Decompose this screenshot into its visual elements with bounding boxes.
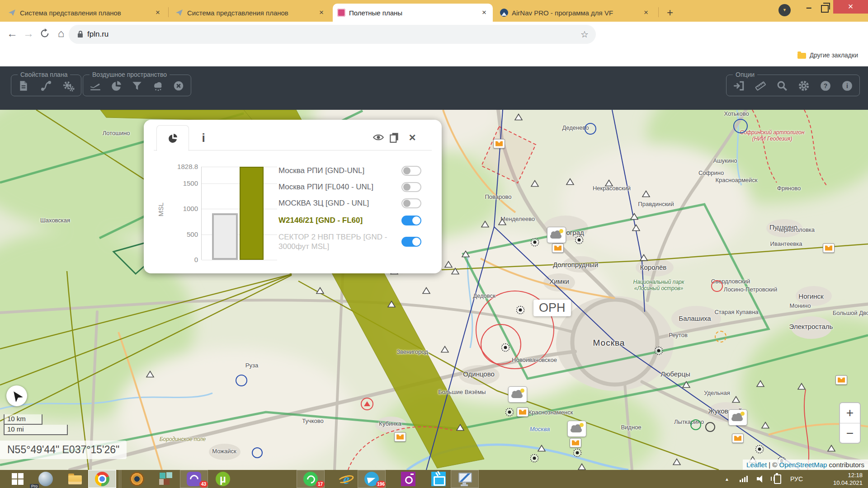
waypoint-triangle-marker[interactable]	[640, 254, 648, 263]
address-bar[interactable]: fpln.ru ☆	[69, 25, 596, 44]
layer-toggle[interactable]	[401, 198, 421, 208]
search-icon[interactable]	[776, 80, 788, 92]
url-text[interactable]: fpln.ru	[87, 30, 108, 39]
popup-tab-chart[interactable]	[156, 125, 189, 151]
waypoint-triangle-marker[interactable]	[456, 424, 465, 433]
popup-tab-info[interactable]: i	[194, 129, 212, 147]
pie-chart-icon[interactable]	[110, 80, 122, 92]
document-icon[interactable]	[18, 80, 29, 92]
navaid-marker[interactable]	[505, 408, 514, 417]
waypoint-triangle-marker[interactable]	[451, 267, 460, 277]
new-tab-button[interactable]: +	[664, 6, 676, 19]
taskbar-app-camera-app[interactable]	[394, 470, 422, 488]
taskbar-app-internet-explorer[interactable]: e	[332, 470, 360, 488]
tab-plan-system-1[interactable]: Система представления планов ×	[4, 4, 166, 22]
weather-marker[interactable]	[567, 421, 586, 437]
taskbar-app-google-earth[interactable]: Pro	[32, 470, 60, 488]
clear-icon[interactable]	[173, 80, 184, 92]
navaid-marker[interactable]	[530, 454, 539, 463]
circle-marker[interactable]	[733, 119, 748, 133]
zoom-in-button[interactable]: +	[840, 403, 860, 423]
taskbar-app-file-explorer[interactable]	[61, 470, 89, 488]
waypoint-triangle-marker[interactable]	[531, 180, 539, 189]
tab-close-icon[interactable]: ×	[317, 8, 326, 17]
weather-marker[interactable]	[508, 386, 527, 403]
layer-toggle[interactable]	[401, 182, 421, 192]
waypoint-triangle-marker[interactable]	[538, 445, 546, 454]
layer-toggle[interactable]	[401, 237, 421, 247]
bookmark-star-icon[interactable]: ☆	[580, 29, 589, 40]
waypoint-triangle-marker[interactable]	[673, 458, 681, 467]
power-icon[interactable]	[774, 470, 781, 488]
waypoint-triangle-marker[interactable]	[827, 445, 836, 454]
circle-marker[interactable]	[715, 331, 726, 343]
waypoint-triangle-marker[interactable]	[481, 221, 490, 230]
waypoint-triangle-marker[interactable]	[605, 179, 613, 188]
login-icon[interactable]	[733, 80, 745, 92]
mail-marker[interactable]	[732, 434, 744, 443]
circle-marker[interactable]	[236, 375, 247, 386]
taskbar-app-system-monitor[interactable]	[451, 470, 479, 488]
visibility-button[interactable]	[373, 131, 384, 143]
mail-marker[interactable]	[835, 375, 847, 385]
settings-icon[interactable]	[798, 80, 810, 92]
circle-marker[interactable]	[711, 280, 723, 292]
weather-marker[interactable]	[547, 227, 566, 243]
navaid-marker[interactable]	[516, 306, 525, 314]
tab-close-icon[interactable]: ×	[642, 8, 650, 17]
back-button[interactable]: ←	[5, 27, 19, 40]
waypoint-triangle-marker[interactable]	[761, 422, 770, 431]
route-icon[interactable]	[40, 80, 52, 92]
waypoint-triangle-marker[interactable]	[498, 218, 507, 227]
map-canvas[interactable]: ЛотошиноШаховскаяРузаТучковоКубинкаМожай…	[0, 110, 868, 470]
mail-marker[interactable]	[570, 438, 581, 448]
waypoint-triangle-marker[interactable]	[146, 371, 155, 380]
taskbar-app-windows-start[interactable]	[4, 470, 32, 488]
gears-icon[interactable]	[63, 80, 75, 92]
zoom-out-button[interactable]: −	[840, 423, 860, 443]
mail-marker[interactable]	[394, 432, 406, 442]
ruler-icon[interactable]	[755, 80, 766, 92]
restore-button[interactable]	[821, 5, 829, 13]
waypoint-triangle-marker[interactable]	[514, 113, 523, 122]
taskbar-clock[interactable]: 12:18 10.04.2021	[833, 471, 863, 487]
tab-airnav[interactable]: AirNav PRO - программа для VF ×	[495, 4, 655, 22]
waypoint-triangle-marker[interactable]	[387, 300, 396, 310]
language-indicator[interactable]: РУС	[790, 470, 803, 488]
help-icon[interactable]: ?	[820, 80, 831, 92]
osm-link[interactable]: OpenStreetMap	[779, 461, 827, 469]
filter-icon[interactable]	[131, 80, 143, 92]
taskbar-app-chrome[interactable]	[88, 470, 116, 488]
other-bookmarks-button[interactable]: Другие закладки	[797, 52, 858, 59]
copy-button[interactable]	[388, 131, 400, 143]
waypoint-triangle-marker[interactable]	[642, 190, 651, 199]
network-icon[interactable]	[740, 470, 748, 488]
reload-button[interactable]	[38, 28, 52, 41]
circle-marker[interactable]	[252, 447, 263, 458]
waypoint-triangle-marker[interactable]	[462, 250, 470, 259]
navaid-marker[interactable]	[655, 347, 663, 355]
mail-marker[interactable]	[823, 244, 835, 253]
waypoint-triangle-marker[interactable]	[441, 346, 449, 355]
circle-marker[interactable]	[690, 419, 701, 430]
mail-marker[interactable]	[493, 139, 505, 149]
waypoint-triangle-marker[interactable]	[797, 383, 806, 392]
close-window-button[interactable]: ×	[833, 0, 868, 14]
tab-close-icon[interactable]: ×	[154, 8, 162, 17]
home-button[interactable]: ⌂	[54, 27, 68, 40]
warning-marker[interactable]	[361, 398, 373, 410]
layer-toggle[interactable]	[401, 216, 421, 225]
waypoint-triangle-marker[interactable]	[578, 463, 586, 470]
taskbar-app-whatsapp[interactable]: 17	[297, 470, 325, 488]
tab-flight-plans-active[interactable]: Полетные планы ×	[333, 4, 493, 22]
taskbar-app-sas-planet[interactable]	[123, 470, 151, 488]
mail-marker[interactable]	[517, 408, 528, 417]
navaid-marker[interactable]	[575, 236, 584, 244]
locate-button[interactable]	[6, 385, 27, 406]
taskbar-app-tv-app[interactable]	[425, 470, 453, 488]
weather-icon[interactable]	[152, 80, 164, 92]
waypoint-triangle-marker[interactable]	[632, 224, 641, 233]
navaid-marker[interactable]	[531, 238, 539, 247]
tab-plan-system-2[interactable]: Система представления планов ×	[171, 4, 330, 22]
mail-marker[interactable]	[552, 244, 564, 253]
